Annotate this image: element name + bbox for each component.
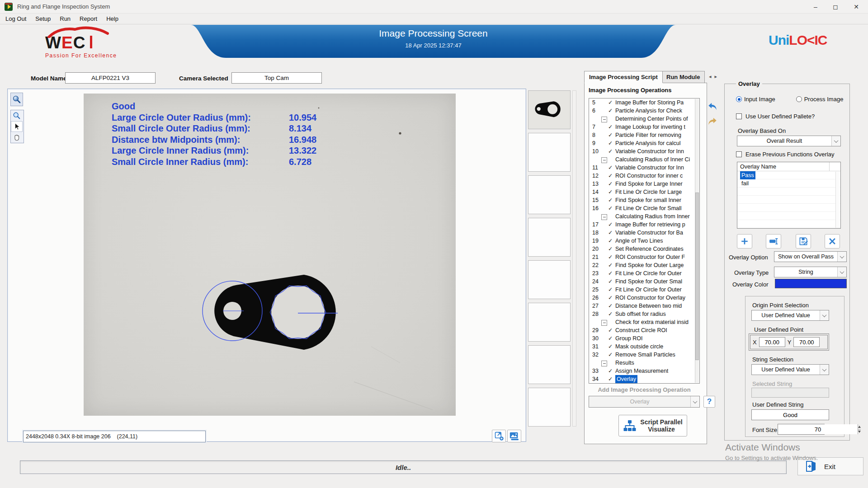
operation-row[interactable]: 11 Variable Constructor for Inn (589, 164, 699, 172)
operation-row[interactable]: 21 ROI Constructor for Outer F (589, 253, 699, 261)
operation-row[interactable]: 10 Variable Constructor for Inn (589, 147, 699, 155)
thumbnail-slot-8[interactable] (528, 388, 571, 427)
cursor-tool-button[interactable] (11, 121, 23, 132)
operation-row[interactable]: 6 Particle Analysis for Check (589, 107, 699, 115)
operation-row[interactable]: 17 Image Buffer for retrieving p (589, 221, 699, 229)
chevron-down-icon[interactable] (831, 136, 840, 146)
thumbnail-scrollbar[interactable] (572, 90, 576, 427)
font-size-stepper[interactable] (778, 424, 825, 435)
chevron-down-icon[interactable] (837, 252, 846, 262)
operation-row[interactable]: 34 Overlay (589, 375, 699, 383)
radio-option[interactable]: Input Image (736, 96, 775, 103)
operation-row[interactable]: 19 Angle of Two Lines (589, 237, 699, 245)
overlay-name-scrollbar[interactable] (835, 172, 840, 228)
operation-row[interactable]: Calculating Radius of Inner Ci (589, 155, 699, 164)
chevron-down-icon[interactable] (690, 396, 699, 407)
collapse-icon[interactable] (601, 155, 608, 164)
operation-row[interactable]: 9 Particle Analysis for calcul (589, 139, 699, 147)
undo-button[interactable] (706, 100, 719, 113)
operation-row[interactable]: 16 Fit Line Or Circle for Small (589, 204, 699, 212)
operation-row[interactable]: 26 ROI Constructor for Overlay (589, 294, 699, 302)
chevron-down-icon[interactable] (837, 267, 846, 277)
operation-row[interactable]: Calculating Radius from Inner (589, 212, 699, 221)
chevron-down-icon[interactable] (820, 310, 829, 320)
operation-row[interactable]: 29 Construct Circle ROI (589, 326, 699, 334)
operation-row[interactable]: 18 Variable Constructor for Ba (589, 229, 699, 237)
operation-row[interactable]: 7 Image Lookup for inverting t (589, 123, 699, 131)
operation-row[interactable]: 23 Fit Line Or Circle for Outer (589, 269, 699, 277)
operation-row[interactable]: 28 Sub offset for radius (589, 310, 699, 318)
menu-item[interactable]: Run (55, 14, 75, 23)
font-size-input[interactable] (778, 424, 858, 434)
zoom-extend-button[interactable] (492, 430, 506, 442)
origin-point-dropdown[interactable]: User Defined Value (751, 310, 829, 321)
collapse-icon[interactable] (601, 318, 608, 326)
delete-overlay-button[interactable] (825, 234, 840, 249)
radio-option[interactable]: Process Image (796, 96, 844, 103)
redo-button[interactable] (706, 115, 719, 128)
add-operation-dropdown[interactable]: Overlay (589, 396, 700, 408)
operations-list[interactable]: 5 Image Buffer for Storing Pa 6 Particle… (589, 98, 700, 384)
operation-row[interactable]: 30 Group ROI (589, 334, 699, 343)
operation-row[interactable]: Check for extra material insid (589, 318, 699, 326)
scrollbar-thumb[interactable] (695, 192, 699, 360)
zoom-tool-button[interactable] (11, 110, 23, 121)
overlay-type-dropdown[interactable]: String (774, 267, 847, 277)
exit-button[interactable]: Exit (797, 457, 863, 475)
tab-image-processing-script[interactable]: Image Processing Script (584, 71, 663, 83)
rename-overlay-button[interactable] (766, 234, 781, 249)
tab-scroll-arrows[interactable]: ◂ ▸ (709, 74, 718, 80)
operation-row[interactable]: 33 Assign Measurement (589, 367, 699, 375)
script-parallel-visualize-button[interactable]: Script ParallelVisualize (618, 415, 687, 436)
operation-row[interactable]: 14 Fit Line Or Circle for Large (589, 188, 699, 196)
thumbnail-slot-1[interactable] (528, 90, 571, 129)
chevron-down-icon[interactable] (820, 365, 829, 375)
spin-up-icon[interactable] (858, 424, 861, 430)
operation-row[interactable]: 24 Find Spoke for Outer Smal (589, 277, 699, 286)
operation-row[interactable]: 20 Set Reference Coordinates (589, 245, 699, 253)
help-button[interactable]: ? (703, 396, 715, 408)
operation-row[interactable]: 8 Particle Filter for removing (589, 131, 699, 139)
operations-scrollbar[interactable] (695, 99, 699, 383)
operation-row[interactable]: Determining Center Points of (589, 115, 699, 123)
close-button[interactable]: ✕ (846, 0, 866, 14)
string-selection-dropdown[interactable]: User Defined Value (751, 364, 829, 375)
operation-row[interactable]: 32 Remove Small Particles (589, 351, 699, 359)
pan-tool-button[interactable] (11, 132, 23, 143)
operation-row[interactable]: 31 Mask outside circle (589, 343, 699, 351)
operation-row[interactable]: 15 Find Spoke for small Inner (589, 196, 699, 204)
thumbnail-slot-6[interactable] (528, 303, 571, 342)
operation-row[interactable]: 22 Find Spoke for Outer Large (589, 261, 699, 269)
operation-row[interactable]: 5 Image Buffer for Storing Pa (589, 99, 699, 107)
operation-row[interactable]: 25 Fit Line Or Circle for Outer (589, 286, 699, 294)
image-gallery-button[interactable] (507, 430, 521, 442)
menu-item[interactable]: Help (102, 14, 123, 23)
thumbnail-slot-3[interactable] (528, 175, 571, 214)
operation-row[interactable]: 12 ROI Constructor for inner c (589, 172, 699, 180)
tab-run-module[interactable]: Run Module (661, 71, 705, 83)
x-value-input[interactable] (759, 337, 785, 347)
use-palette-checkbox[interactable] (736, 113, 742, 119)
menu-item[interactable]: Setup (31, 14, 55, 23)
overlay-option-dropdown[interactable]: Show on Overall Pass (774, 251, 847, 262)
overlay-name-row[interactable]: fail (737, 179, 840, 188)
minimize-button[interactable]: – (806, 0, 826, 14)
spin-down-icon[interactable] (858, 430, 861, 435)
save-overlay-button[interactable] (796, 234, 811, 249)
overlay-name-row[interactable]: Pass (737, 171, 840, 179)
erase-overlay-checkbox[interactable] (736, 151, 742, 157)
thumbnail-slot-7[interactable] (528, 345, 571, 384)
thumbnail-slot-5[interactable] (528, 260, 571, 299)
collapse-icon[interactable] (601, 115, 608, 123)
operation-row[interactable]: 27 Distance Between two mid (589, 302, 699, 310)
operation-row[interactable]: 13 Find Spoke for Large Inner (589, 180, 699, 188)
operation-row[interactable]: Results (589, 359, 699, 367)
thumbnail-slot-2[interactable] (528, 133, 571, 172)
thumbnail-slot-4[interactable] (528, 218, 571, 257)
overlay-color-swatch[interactable] (775, 279, 847, 288)
overlay-name-list[interactable]: Overlay Name Pass fail (737, 162, 841, 229)
user-defined-string-input[interactable] (751, 409, 829, 420)
overlay-based-on-dropdown[interactable]: Overall Result (737, 136, 841, 146)
maximize-button[interactable]: ◻ (826, 0, 845, 14)
menu-item[interactable]: Report (75, 14, 102, 23)
